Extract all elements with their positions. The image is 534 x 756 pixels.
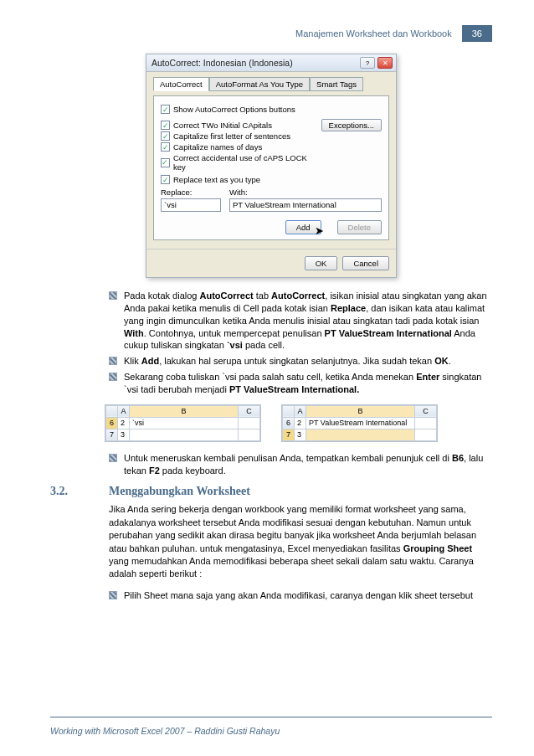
header-title: Manajemen Worksheet dan Workbook xyxy=(295,28,452,39)
page-header: Manajemen Worksheet dan Workbook 36 xyxy=(50,25,492,42)
chk-label: Capitalize first letter of sentences xyxy=(173,131,290,141)
checkbox-icon[interactable]: ✓ xyxy=(161,121,170,130)
instruction-list-2: Untuk meneruskan kembali penulisan Anda,… xyxy=(109,452,492,477)
chk-label: Replace text as you type xyxy=(173,175,260,184)
replace-input[interactable]: `vsi xyxy=(161,198,221,212)
cell xyxy=(239,417,260,429)
checkbox-icon[interactable]: ✓ xyxy=(161,105,170,114)
instruction-list-1: Pada kotak dialog AutoCorrect tab AutoCo… xyxy=(109,290,492,396)
checkbox-icon[interactable]: ✓ xyxy=(161,131,170,141)
close-icon[interactable]: ✕ xyxy=(377,57,393,69)
list-item: Pilih Sheet mana saja yang akan Anda mod… xyxy=(124,589,473,602)
section-number: 3.2. xyxy=(50,485,85,498)
cell: `vsi xyxy=(130,417,239,429)
footer-rule xyxy=(50,717,492,717)
corner-cell xyxy=(283,405,295,417)
page-number-badge: 36 xyxy=(462,25,492,42)
col-header: B xyxy=(306,405,415,417)
cell: 2 xyxy=(118,417,130,429)
cursor-icon: ➤ xyxy=(315,224,324,237)
bullet-icon xyxy=(109,591,117,599)
cell: PT ValueStream International xyxy=(306,417,415,429)
cell xyxy=(415,417,437,429)
bullet-icon xyxy=(109,454,117,462)
cell xyxy=(130,429,239,440)
replace-label: Replace: xyxy=(161,188,221,197)
col-header: A xyxy=(295,405,306,417)
corner-cell xyxy=(106,405,118,417)
row-header: 6 xyxy=(283,417,295,429)
with-label: With: xyxy=(229,188,382,197)
dialog-titlebar: AutoCorrect: Indonesian (Indonesia) ? ✕ xyxy=(146,54,396,72)
instruction-list-3: Pilih Sheet mana saja yang akan Anda mod… xyxy=(109,589,492,602)
cell xyxy=(239,429,260,440)
exceptions-button[interactable]: Exceptions... xyxy=(321,119,382,131)
list-item: Pada kotak dialog AutoCorrect tab AutoCo… xyxy=(124,290,492,352)
autocorrect-dialog: AutoCorrect: Indonesian (Indonesia) ? ✕ … xyxy=(146,54,397,278)
col-header: B xyxy=(130,405,239,417)
with-input[interactable]: PT ValueStream International xyxy=(229,198,382,212)
tab-autoformat[interactable]: AutoFormat As You Type xyxy=(209,77,310,91)
row-header: 6 xyxy=(106,417,118,429)
tab-smarttags[interactable]: Smart Tags xyxy=(310,77,363,91)
chk-label: Correct TWo INitial CApitals xyxy=(173,121,272,130)
cell: 3 xyxy=(118,429,130,440)
ok-button[interactable]: OK xyxy=(305,256,338,270)
bullet-icon xyxy=(109,291,117,300)
bullet-icon xyxy=(109,357,117,365)
checkbox-icon[interactable]: ✓ xyxy=(161,175,170,184)
chk-label: Correct accidental use of cAPS LOCK key xyxy=(173,153,321,172)
section-heading: 3.2. Menggabungkan Worksheet xyxy=(50,485,492,498)
page-footer: Working with Microsoft Excel 2007 – Radd… xyxy=(50,726,280,736)
section-paragraph: Jika Anda sering bekerja dengan workbook… xyxy=(109,503,492,580)
list-item: Untuk meneruskan kembali penulisan Anda,… xyxy=(124,452,492,477)
cell: 3 xyxy=(295,429,306,440)
chk-label: Show AutoCorrect Options buttons xyxy=(173,105,295,114)
excel-before: A B C 6 2 `vsi 7 3 xyxy=(105,404,261,442)
help-icon[interactable]: ? xyxy=(360,57,375,69)
cell xyxy=(306,429,415,440)
dialog-title: AutoCorrect: Indonesian (Indonesia) xyxy=(151,58,293,68)
cell xyxy=(415,429,437,440)
col-header: C xyxy=(239,405,260,417)
cell: 2 xyxy=(295,417,306,429)
row-header: 7 xyxy=(106,429,118,440)
excel-example-pair: A B C 6 2 `vsi 7 3 xyxy=(50,404,492,442)
col-header: A xyxy=(118,405,130,417)
autocorrect-panel: ✓Show AutoCorrect Options buttons ✓Corre… xyxy=(153,95,389,240)
list-item: Sekarang coba tuliskan `vsi pada salah s… xyxy=(124,371,492,396)
dialog-tabstrip: AutoCorrect AutoFormat As You Type Smart… xyxy=(153,77,389,91)
cancel-button[interactable]: Cancel xyxy=(342,256,389,270)
bullet-icon xyxy=(109,373,117,381)
list-item: Klik Add, lakukan hal serupa untuk singk… xyxy=(124,355,451,368)
excel-after: A B C 6 2 PT ValueStream International 7… xyxy=(281,404,438,442)
checkbox-icon[interactable]: ✓ xyxy=(161,142,170,152)
row-header: 7 xyxy=(283,429,295,440)
checkbox-icon[interactable]: ✓ xyxy=(161,158,170,167)
tab-autocorrect[interactable]: AutoCorrect xyxy=(153,77,209,91)
chk-label: Capitalize names of days xyxy=(173,142,262,152)
col-header: C xyxy=(415,405,437,417)
delete-button[interactable]: Delete xyxy=(337,220,382,234)
section-title: Menggabungkan Worksheet xyxy=(109,485,250,498)
